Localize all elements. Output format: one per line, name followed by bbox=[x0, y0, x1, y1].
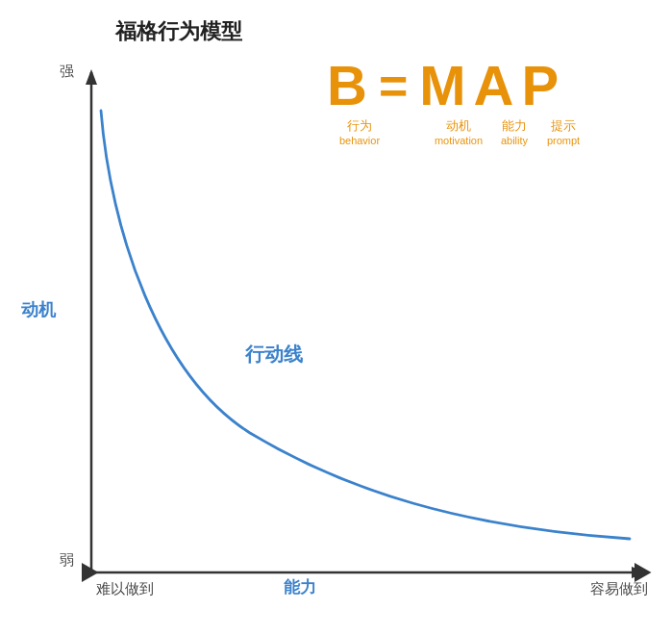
svg-marker-2 bbox=[86, 69, 97, 85]
chart-container: 福格行为模型 B = M A P 行为 behavior 动机 motivati… bbox=[0, 0, 672, 635]
chart-svg bbox=[0, 0, 672, 635]
svg-marker-3 bbox=[632, 567, 647, 578]
